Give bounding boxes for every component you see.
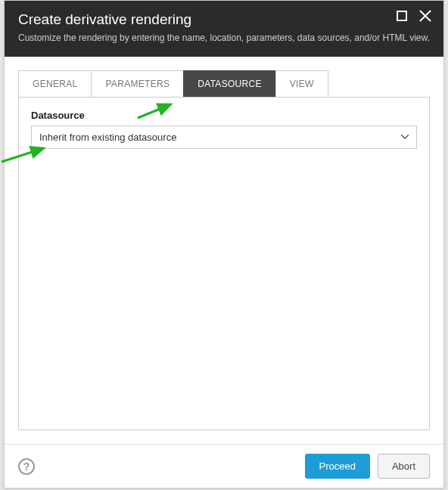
tab-parameters[interactable]: PARAMETERS — [91, 70, 184, 97]
header-controls — [397, 8, 433, 23]
dialog-footer: ? Proceed Abort — [5, 444, 443, 488]
proceed-button[interactable]: Proceed — [305, 454, 370, 479]
dialog: Create derivative rendering Customize th… — [4, 0, 444, 488]
dialog-header: Create derivative rendering Customize th… — [5, 1, 443, 57]
footer-buttons: Proceed Abort — [305, 454, 431, 479]
close-icon[interactable] — [418, 8, 433, 23]
help-icon[interactable]: ? — [18, 458, 35, 475]
dialog-subtitle: Customize the rendering by entering the … — [18, 32, 430, 45]
tab-datasource[interactable]: DATASOURCE — [183, 70, 276, 97]
tabs: GENERAL PARAMETERS DATASOURCE VIEW — [18, 70, 430, 98]
datasource-select-wrap: Inherit from existing datasource — [31, 126, 417, 149]
datasource-label: Datasource — [31, 110, 417, 121]
abort-button[interactable]: Abort — [378, 454, 430, 479]
tab-general[interactable]: GENERAL — [18, 70, 92, 97]
dialog-title: Create derivative rendering — [18, 11, 430, 28]
tab-panel-datasource: Datasource Inherit from existing datasou… — [18, 98, 430, 430]
datasource-select[interactable]: Inherit from existing datasource — [31, 126, 417, 149]
tab-view[interactable]: VIEW — [275, 70, 328, 97]
dialog-body: GENERAL PARAMETERS DATASOURCE VIEW Datas… — [5, 57, 443, 444]
maximize-icon[interactable] — [397, 11, 407, 21]
